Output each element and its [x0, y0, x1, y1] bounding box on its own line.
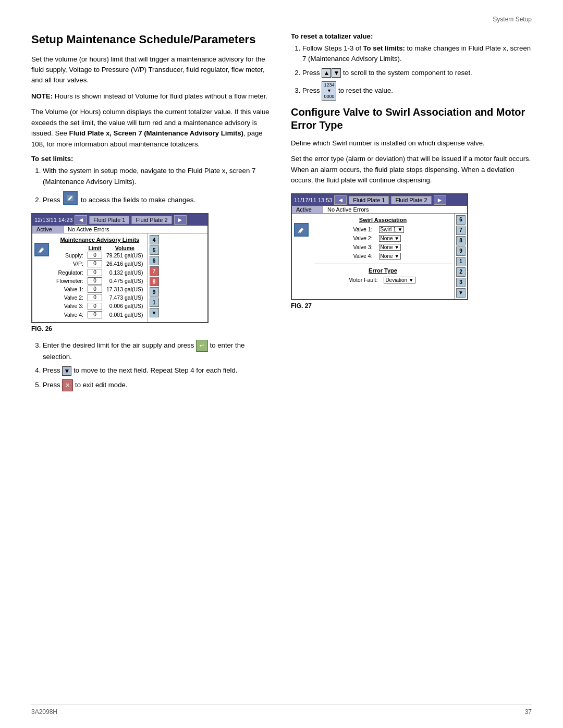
row-label: Valve 2:	[54, 293, 85, 302]
valve-select[interactable]: None ▼	[376, 243, 452, 252]
screen-26-row-1: V/P: 0 26.416 gal(US)	[54, 260, 145, 268]
screen-26-tab2[interactable]: Fluid Plate 2	[131, 216, 172, 224]
step-3: Enter the desired limit for the air supp…	[43, 340, 272, 363]
row-input[interactable]: 0	[85, 260, 104, 268]
col-limit-header: Limit	[85, 245, 104, 251]
totalizer-icon: 1234▼0000	[322, 81, 336, 100]
sidebar27-btn-1[interactable]: 1	[456, 257, 466, 266]
valve-label: Valve 4:	[314, 252, 376, 261]
valve-select-box[interactable]: Swirl 1 ▼	[379, 226, 405, 233]
step-2: Press to access the fields to make chang…	[43, 190, 272, 206]
step-1-text: With the system in setup mode, navigate …	[43, 167, 255, 185]
screen-27-tab2[interactable]: Fluid Plate 2	[391, 196, 431, 204]
row-input[interactable]: 0	[85, 285, 104, 293]
sidebar-btn-5[interactable]: 5	[150, 245, 159, 255]
row-label: Valve 3:	[54, 302, 85, 310]
screen-27-back-arrow[interactable]: ◄	[334, 195, 347, 205]
screen-27-titlebar: 11/17/11 13:53 ◄ Fluid Plate 1 Fluid Pla…	[292, 194, 467, 206]
sidebar-btn-9[interactable]: 9	[150, 287, 159, 297]
row-volume: 26.416 gal(US)	[104, 260, 145, 268]
screen-27-sidebar: 6789123▼	[454, 214, 467, 299]
sidebar-btn-8[interactable]: 8	[150, 277, 159, 286]
sidebar27-btn-▼[interactable]: ▼	[456, 288, 466, 298]
screen-26-statusbar: Active No Active Errors	[32, 226, 207, 233]
sidebar-btn-6[interactable]: 6	[150, 256, 159, 265]
reset-step-3: Press 1234▼0000 to reset the value.	[302, 81, 532, 100]
sidebar27-btn-2[interactable]: 2	[456, 267, 466, 277]
screen-26-sidebar: 4567891▼	[148, 233, 161, 322]
step-1: With the system in setup mode, navigate …	[43, 166, 272, 187]
screen-26-back-arrow[interactable]: ◄	[75, 215, 87, 225]
motor-fault-select-val: Deviation	[385, 277, 407, 283]
sidebar-btn-1[interactable]: 1	[150, 298, 159, 307]
screen-27-divider	[314, 264, 452, 264]
sidebar27-btn-9[interactable]: 9	[456, 246, 466, 256]
down-arrow-icon: ▼	[62, 366, 71, 376]
screen-27-error-table: Motor Fault: Deviation ▼	[314, 276, 452, 285]
sidebar-btn-4[interactable]: 4	[150, 235, 159, 244]
screen-27-time: 11/17/11 13:53	[294, 197, 332, 203]
motor-fault-row: Motor Fault: Deviation ▼	[314, 276, 452, 285]
row-volume: 17.313 gal(US)	[104, 285, 145, 293]
step-5: Press ✕ to exit edit mode.	[43, 379, 272, 391]
valve-select-box[interactable]: None ▼	[379, 253, 401, 260]
footer-left: 3A2098H	[31, 708, 57, 715]
screen-26-row-5: Valve 2: 0 7.473 gal(US)	[54, 293, 145, 302]
select-arrow: ▼	[409, 277, 414, 283]
valve-select-box[interactable]: None ▼	[379, 235, 401, 242]
row-label: Flowmeter:	[54, 277, 85, 285]
screen-27-edit-icon[interactable]	[294, 223, 309, 237]
right-intro-1: Define which Swirl number is installed o…	[291, 138, 532, 149]
motor-fault-value: Deviation ▼	[381, 276, 452, 285]
screen-27-fwd-arrow[interactable]: ►	[434, 195, 446, 205]
valve-select-box[interactable]: None ▼	[379, 244, 401, 251]
screen-26-row-6: Valve 3: 0 0.006 gal(US)	[54, 302, 145, 310]
screen-26-tab1[interactable]: Fluid Plate 1	[89, 216, 129, 224]
screen-26: 12/13/11 14:23 ◄ Fluid Plate 1 Fluid Pla…	[31, 213, 209, 323]
intro-para-1: Set the volume (or hours) limit that wil…	[31, 54, 272, 86]
select-arrow: ▼	[397, 227, 402, 232]
valve-select[interactable]: None ▼	[376, 252, 452, 261]
screen-27-error-title: Error Type	[314, 267, 452, 274]
row-label: Supply:	[54, 251, 85, 260]
screen-27-edit-cell	[293, 215, 312, 298]
row-input[interactable]: 0	[85, 277, 104, 285]
row-volume: 0.132 gal(US)	[104, 268, 145, 276]
steps-set-limits: With the system in setup mode, navigate …	[31, 166, 272, 206]
row-input[interactable]: 0	[85, 293, 104, 302]
select-arrow: ▼	[394, 253, 399, 259]
valve-label: Valve 1:	[314, 225, 376, 234]
row-input[interactable]: 0	[85, 311, 104, 319]
sidebar27-btn-6[interactable]: 6	[456, 215, 466, 225]
note-text: Hours is shown instead of Volume for flu…	[55, 92, 267, 100]
footer-right: 37	[525, 708, 532, 715]
sidebar27-btn-3[interactable]: 3	[456, 278, 466, 287]
page: System Setup Setup Maintenance Schedule/…	[0, 0, 563, 728]
row-input[interactable]: 0	[85, 251, 104, 260]
motor-fault-select-box[interactable]: Deviation ▼	[384, 277, 415, 283]
page-header: System Setup	[31, 16, 532, 23]
screen-26-body: Maintenance Advisory Limits Limit Volume	[32, 233, 207, 322]
valve-row-1: Valve 2: None ▼	[314, 234, 452, 243]
screen-26-status-errors: No Active Errors	[64, 226, 207, 233]
row-label: Valve 1:	[54, 285, 85, 293]
screen-26-edit-icon[interactable]	[34, 243, 49, 256]
page-footer: 3A2098H 37	[31, 705, 532, 715]
row-volume: 0.475 gal(US)	[104, 277, 145, 285]
sidebar-btn-▼[interactable]: ▼	[150, 308, 159, 317]
right-intro-2: Set the error type (alarm or deviation) …	[291, 154, 532, 186]
screen-26-fwd-arrow[interactable]: ►	[174, 215, 187, 225]
row-input[interactable]: 0	[85, 268, 104, 276]
col-label-header	[54, 245, 85, 251]
sidebar27-btn-8[interactable]: 8	[456, 236, 466, 245]
valve-select[interactable]: Swirl 1 ▼	[376, 225, 452, 234]
screen-27-status-active: Active	[292, 206, 323, 213]
sidebar-btn-7[interactable]: 7	[150, 266, 159, 276]
screen-26-row-7: Valve 4: 0 0.001 gal(US)	[54, 311, 145, 319]
sidebar27-btn-7[interactable]: 7	[456, 226, 466, 235]
left-column: Setup Maintenance Schedule/Parameters Se…	[31, 32, 272, 397]
valve-select[interactable]: None ▼	[376, 234, 452, 243]
row-volume: 0.006 gal(US)	[104, 302, 145, 310]
row-input[interactable]: 0	[85, 302, 104, 310]
screen-27-tab1[interactable]: Fluid Plate 1	[349, 196, 389, 204]
